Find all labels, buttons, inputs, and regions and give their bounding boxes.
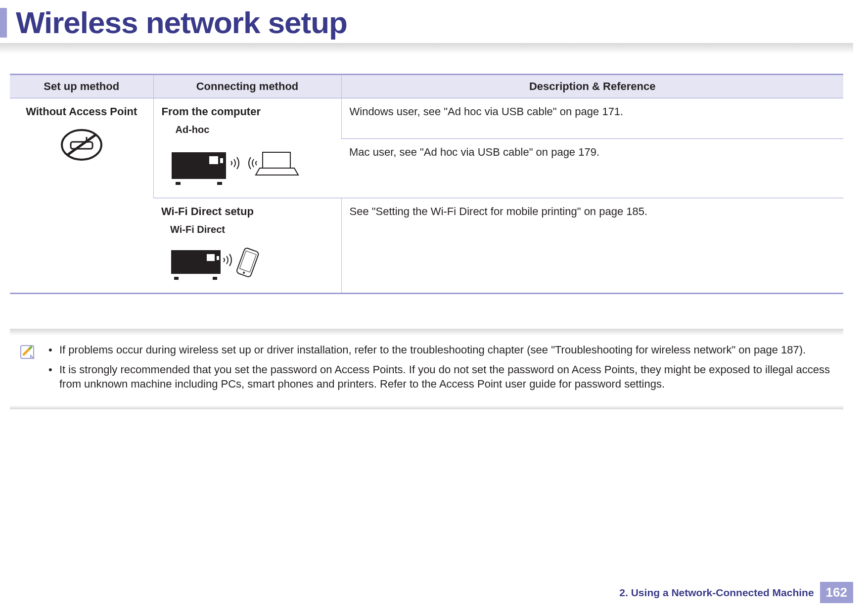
note-item-1: If problems occur during wireless set up… [46,343,834,357]
page-title: Wireless network setup [16,5,347,40]
th-connecting-method: Connecting method [153,75,341,98]
svg-rect-16 [236,247,259,277]
svg-rect-7 [217,182,222,185]
adhoc-label: Ad-hoc [162,124,333,135]
no-access-point-icon [59,127,104,163]
svg-rect-12 [174,277,179,280]
footer-chapter: 2. Using a Network-Connected Machine [619,587,814,599]
svg-rect-6 [176,182,181,185]
svg-rect-15 [217,256,219,260]
note-icon [19,344,36,360]
title-shadow [0,43,853,54]
page-footer: 2. Using a Network-Connected Machine 162 [619,582,853,603]
setup-method-label: Without Access Point [18,105,145,118]
note-item-2: It is strongly recommended that you set … [46,362,834,392]
cell-desc-wifi-direct: See "Setting the Wi-Fi Direct for mobile… [341,198,843,294]
cell-conn-wifi-direct: Wi-Fi Direct setup Wi-Fi Direct [153,198,341,294]
th-setup-method: Set up method [10,75,153,98]
adhoc-icon [162,137,300,187]
svg-rect-8 [209,156,218,164]
cell-setup-method: Without Access Point [10,98,153,294]
notes-top-shadow [10,329,843,336]
wifi-direct-icon [161,237,270,282]
title-bar: Wireless network setup [0,0,853,40]
setup-table: Set up method Connecting method Descript… [10,74,843,294]
footer-page-number: 162 [820,582,853,603]
conn-title-wifi-direct: Wi-Fi Direct setup [161,205,333,218]
conn-title-from-computer: From the computer [162,105,333,118]
svg-rect-9 [220,158,223,163]
svg-rect-11 [171,274,221,277]
cell-desc-windows: Windows user, see "Ad hoc via USB cable"… [341,98,843,139]
wifi-direct-label: Wi-Fi Direct [161,224,333,235]
notes-panel: If problems occur during wireless set up… [10,329,843,409]
title-accent [0,8,7,38]
svg-rect-14 [207,254,215,261]
svg-rect-13 [213,277,217,280]
th-description: Description & Reference [341,75,843,98]
cell-desc-mac: Mac user, see "Ad hoc via USB cable" on … [341,139,843,198]
cell-conn-from-computer: From the computer Ad-hoc [153,98,341,198]
notes-bottom-shadow [10,405,843,409]
